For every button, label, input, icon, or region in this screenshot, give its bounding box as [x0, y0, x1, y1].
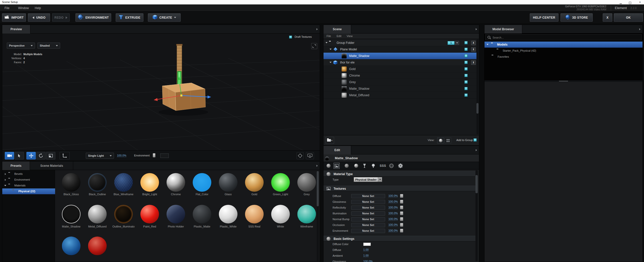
view-sphere-button[interactable]	[437, 137, 444, 144]
material-sphere[interactable]	[219, 205, 237, 223]
edit-scrollbar[interactable]	[475, 170, 478, 261]
material-sphere[interactable]	[245, 205, 264, 223]
diffuse-value[interactable]: 1.00	[363, 248, 369, 251]
material-sphere[interactable]	[193, 205, 211, 223]
visibility-checkbox[interactable]	[464, 61, 468, 64]
group-count-field[interactable]: 1	[448, 41, 455, 45]
texture-slot-button[interactable]: None Set	[351, 194, 385, 198]
material-sphere[interactable]	[88, 237, 107, 255]
scene-menu-view[interactable]: View	[347, 35, 353, 38]
texture-amount-value[interactable]: 100.0%	[388, 194, 398, 198]
material-sphere[interactable]	[167, 173, 185, 192]
scale-tool-button[interactable]	[46, 152, 55, 159]
material-sphere[interactable]	[88, 173, 107, 192]
tab-scene-materials[interactable]: Scene Materials	[30, 161, 73, 170]
panel-arrow-icon[interactable]	[316, 28, 318, 30]
scrollbar-thumb[interactable]	[476, 103, 478, 114]
scrollbar-thumb[interactable]	[475, 175, 478, 193]
ok-button[interactable]: OK	[614, 13, 643, 22]
tab-scene[interactable]: Scene	[324, 25, 351, 34]
fullscreen-button[interactable]	[311, 43, 317, 49]
visibility-checkbox[interactable]	[464, 93, 468, 97]
textures-header[interactable]: Textures	[324, 186, 476, 191]
material-sphere-icon[interactable]	[326, 163, 332, 169]
scene-row-grey[interactable]: Grey	[324, 79, 476, 85]
basic-settings-header[interactable]: Basic Settings	[324, 236, 476, 241]
display-output-button[interactable]	[306, 152, 314, 159]
tree-item-physical[interactable]: Physical (22)	[2, 188, 55, 194]
texture-amount-value[interactable]: 100.0%	[388, 229, 398, 232]
texture-amount-value[interactable]: 100.0%	[388, 223, 398, 226]
visibility-checkbox[interactable]	[464, 67, 468, 71]
texture-amount-value[interactable]: 100.0%	[388, 200, 398, 203]
texture-channel-icon[interactable]	[400, 223, 403, 227]
tab-preview[interactable]: Preview	[2, 25, 30, 34]
glossiness-value[interactable]: 100.0%	[363, 260, 373, 262]
panel-arrow-icon[interactable]	[639, 28, 640, 30]
scene-row-gold[interactable]: Gold	[324, 66, 476, 72]
undo-button[interactable]: UNDO	[28, 13, 50, 22]
environment-button[interactable]: ENVIRONMENT	[75, 13, 111, 22]
view-grid-button[interactable]	[445, 137, 451, 144]
ambient-value[interactable]: 1.00	[363, 254, 369, 257]
tree-item-bevels[interactable]: Bevels	[2, 171, 55, 177]
camera-tool-button[interactable]	[5, 152, 14, 159]
visibility-checkbox[interactable]	[464, 41, 468, 44]
scene-row-chrome[interactable]: Chrome	[324, 72, 476, 79]
shading-mode-dropdown[interactable]: Shaded	[37, 43, 60, 49]
shader-type-dropdown[interactable]: Physical Shader	[354, 177, 382, 182]
group-count-dropdown[interactable]	[455, 41, 459, 45]
visibility-checkbox[interactable]	[464, 74, 468, 77]
texture-slot-button[interactable]: None Set	[351, 200, 385, 204]
scene-menu-edit[interactable]: Edit	[337, 35, 341, 38]
tab-edit[interactable]: Edit	[324, 146, 351, 154]
texture-amount-value[interactable]: 100.0%	[388, 217, 398, 221]
scrollbar-thumb[interactable]	[317, 171, 319, 206]
menu-file[interactable]: File	[3, 5, 11, 12]
close-button[interactable]: ×	[637, 1, 643, 4]
material-sphere[interactable]	[140, 205, 159, 223]
tree-item-favorites[interactable]: Favorites	[485, 54, 642, 60]
move-tool-button[interactable]	[26, 152, 36, 159]
import-button[interactable]: IMPORT	[2, 13, 26, 22]
store-button[interactable]: 3D STORE	[560, 13, 593, 22]
viewport-3d[interactable]: Draft Textures Perspective Shaded Model:…	[2, 34, 320, 150]
draft-textures-checkbox[interactable]	[289, 36, 292, 39]
scene-row-group-folder[interactable]: Group Folder 1 X	[324, 40, 476, 46]
center-view-button[interactable]	[297, 152, 304, 159]
material-sphere[interactable]	[271, 205, 290, 223]
panel-arrow-icon[interactable]	[316, 165, 318, 167]
texture-amount-value[interactable]: 100.0%	[388, 206, 398, 209]
texture-slot-button[interactable]: None Set	[351, 206, 385, 210]
scene-row-thorforele[interactable]: thor for ele X	[324, 59, 476, 66]
add-to-group-checkbox[interactable]	[473, 138, 477, 142]
material-sphere[interactable]	[271, 173, 290, 192]
texture-slot-button[interactable]: None Set	[351, 229, 385, 233]
environment-sphere-icon[interactable]	[388, 163, 394, 169]
texture-slot-button[interactable]: None Set	[351, 211, 385, 216]
tab-presets[interactable]: Presets	[2, 161, 30, 170]
select-tool-button[interactable]	[15, 152, 24, 159]
scene-menu-file[interactable]: File	[327, 35, 331, 38]
delete-button[interactable]: X	[471, 60, 476, 65]
caret-down-icon[interactable]	[330, 62, 332, 63]
visibility-checkbox[interactable]	[464, 87, 468, 90]
texture-channel-icon[interactable]	[400, 200, 403, 204]
light-intensity-value[interactable]: 100.0%	[117, 154, 126, 157]
texture-channel-icon[interactable]	[400, 194, 403, 198]
material-sphere[interactable]	[62, 237, 80, 255]
diffuse-color-swatch[interactable]	[363, 243, 371, 246]
texture-slot-button[interactable]: None Set	[351, 223, 385, 227]
redo-button[interactable]: REDO	[52, 13, 70, 22]
material-sphere[interactable]	[88, 205, 107, 223]
delete-button[interactable]: X	[471, 41, 476, 45]
tree-item-models[interactable]: Models	[485, 42, 642, 48]
material-sphere[interactable]	[245, 173, 264, 192]
scene-scrollbar[interactable]	[476, 40, 478, 134]
material-sphere[interactable]	[193, 173, 211, 192]
visibility-checkbox[interactable]	[464, 80, 468, 84]
minimize-button[interactable]	[618, 1, 624, 4]
texture-channel-icon[interactable]	[400, 211, 403, 215]
material-sphere[interactable]	[167, 205, 185, 223]
material-sphere[interactable]	[62, 205, 80, 223]
